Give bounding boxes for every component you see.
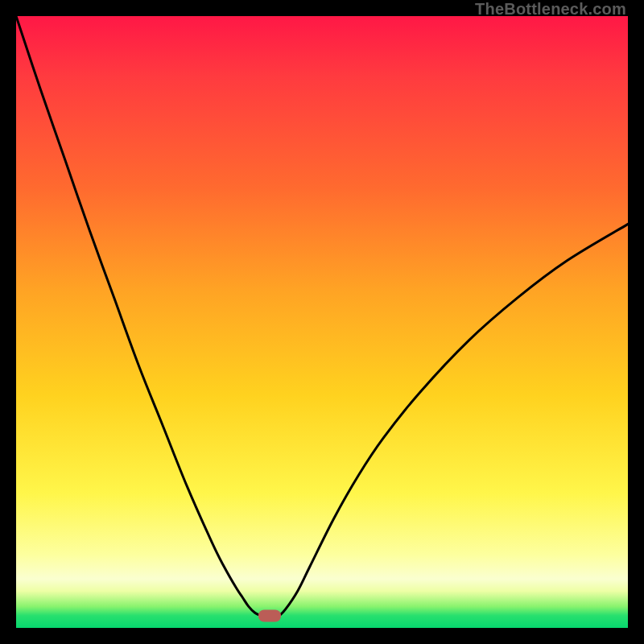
curve-right-arm: [279, 224, 628, 615]
minimum-marker: [258, 609, 281, 621]
bottleneck-chart: [16, 16, 628, 628]
chart-frame: TheBottleneck.com: [0, 0, 644, 644]
curve-svg: [16, 16, 628, 628]
curve-left-arm: [16, 16, 261, 616]
